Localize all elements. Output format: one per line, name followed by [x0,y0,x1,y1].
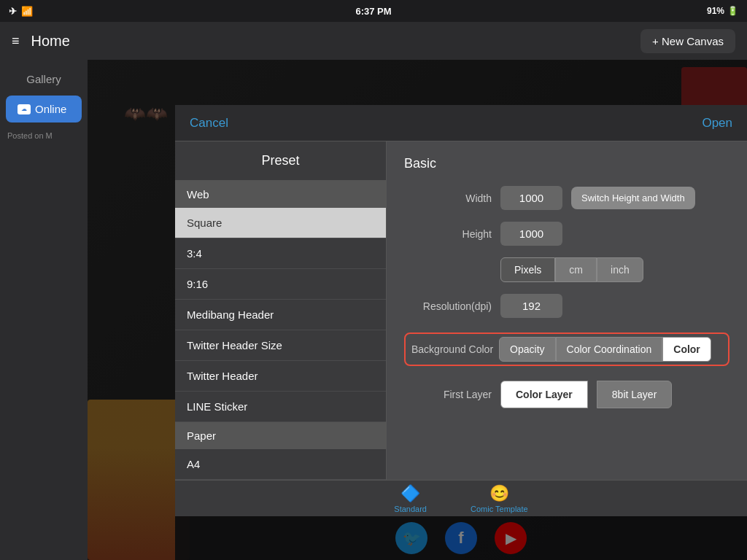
dialog-footer: 🔷 Standard 😊 Comic Template [175,480,747,516]
preset-item-twitter-header[interactable]: Twitter Header [175,361,386,392]
dialog-header: Cancel Open [175,105,747,141]
wifi-icon: 📶 [21,6,33,17]
width-label: Width [404,192,492,204]
preset-item-34[interactable]: 3:4 [175,238,386,269]
preset-item-916[interactable]: 9:16 [175,269,386,300]
cloud-icon: ☁ [18,104,31,114]
cancel-button[interactable]: Cancel [190,116,228,131]
unit-cm-button[interactable]: cm [555,257,597,282]
sidebar: Gallery ☁ Online Posted on M [0,60,88,560]
standard-label: Standard [394,505,427,513]
basic-panel: Basic Width Switch Height and Width Heig… [387,141,747,480]
resolution-input[interactable] [500,294,562,318]
color-coordination-button[interactable]: Color Coordination [556,337,663,362]
opacity-button[interactable]: Opacity [499,337,555,362]
height-row: Height [404,222,729,246]
width-input[interactable] [500,186,562,210]
unit-inch-button[interactable]: inch [597,257,643,282]
background-area: 🦇🦇 View more 🐦 f ▶ Cancel Open [88,60,747,560]
basic-title: Basic [404,156,729,171]
comic-template-icon: 😊 [489,484,509,503]
preset-panel: Preset Web Square 3:4 9:16 Medibang Head… [175,141,387,480]
comic-template-tab[interactable]: 😊 Comic Template [471,484,528,513]
battery-icon: 🔋 [727,6,738,16]
nav-bar: ≡ Home + New Canvas [0,22,747,60]
comic-template-label: Comic Template [471,505,528,513]
open-button[interactable]: Open [702,116,732,131]
preset-item-a4[interactable]: A4 [175,449,386,480]
main-content: Gallery ☁ Online Posted on M 🦇🦇 View mor… [0,60,747,560]
preset-item-line-sticker[interactable]: LINE Sticker [175,392,386,422]
preset-item-twitter-header-size[interactable]: Twitter Header Size [175,330,386,361]
status-time: 6:37 PM [355,6,391,17]
hamburger-icon[interactable]: ≡ [12,34,20,49]
width-row: Width Switch Height and Width [404,186,729,210]
switch-height-width-button[interactable]: Switch Height and Width [571,187,695,209]
unit-pixels-button[interactable]: Pixels [500,257,555,282]
resolution-row: Resolution(dpi) [404,294,729,318]
sidebar-posted-label: Posted on M [0,125,88,146]
color-layer-button[interactable]: Color Layer [500,381,588,408]
airplane-icon: ✈ [9,6,17,17]
height-label: Height [404,228,492,240]
status-bar: ✈ 📶 6:37 PM 91% 🔋 [0,0,747,22]
standard-tab[interactable]: 🔷 Standard [394,484,427,513]
sidebar-item-online[interactable]: ☁ Online [6,96,82,122]
background-color-row: Background Color Opacity Color Coordinat… [404,332,729,366]
preset-title: Preset [175,141,386,181]
color-button[interactable]: Color [662,337,711,362]
dialog-body: Preset Web Square 3:4 9:16 Medibang Head… [175,141,747,480]
height-input[interactable] [500,222,562,246]
new-canvas-dialog: Cancel Open Preset Web Square 3:4 9:16 M… [175,105,747,516]
status-left: ✈ 📶 [9,6,33,17]
8bit-layer-button[interactable]: 8bit Layer [597,381,672,408]
status-right: 91% 🔋 [707,6,738,16]
first-layer-label: First Layer [404,389,492,400]
online-label: Online [35,103,66,115]
preset-section-paper: Paper [175,422,386,449]
standard-icon: 🔷 [400,484,420,503]
new-canvas-button[interactable]: + New Canvas [640,29,735,53]
unit-row: Pixels cm inch [500,257,729,282]
nav-title: Home [31,33,70,50]
preset-section-web: Web [175,181,386,208]
resolution-label: Resolution(dpi) [404,300,492,312]
sidebar-item-gallery[interactable]: Gallery [0,66,88,93]
first-layer-row: First Layer Color Layer 8bit Layer [404,381,729,408]
preset-item-medibang-header[interactable]: Medibang Header [175,300,386,330]
battery-label: 91% [707,6,724,16]
preset-item-square[interactable]: Square [175,208,386,238]
background-color-label: Background Color [411,343,493,355]
